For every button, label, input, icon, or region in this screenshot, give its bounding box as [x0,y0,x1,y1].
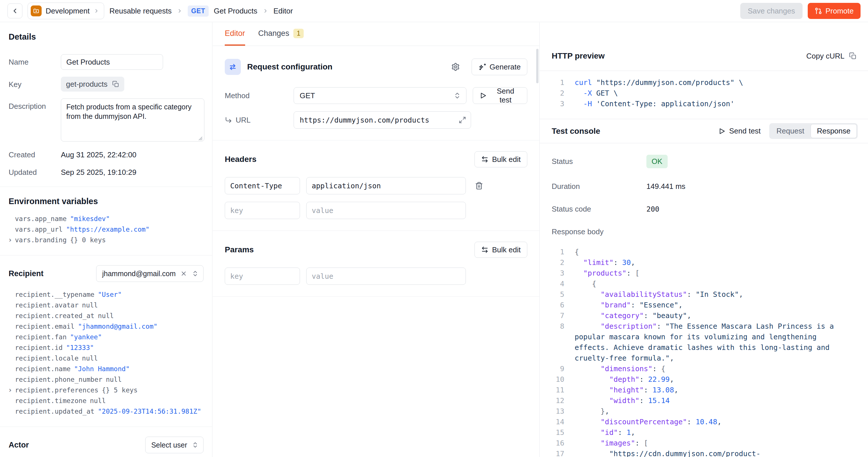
copy-icon [112,81,119,88]
variable-value: null [90,397,105,404]
header-value-input[interactable] [306,177,466,194]
line-number: 7 [552,310,564,321]
line-number: 17 [552,448,564,457]
console-send-test-button[interactable]: Send test [718,127,761,135]
variable-key: recipient.email [15,323,74,330]
back-button[interactable] [7,3,22,19]
response-tab[interactable]: Response [811,124,857,138]
environment-switcher[interactable]: Development [28,3,104,19]
request-configuration-title: Request configuration [247,62,332,71]
url-value: https://dummyjson.com/products [300,116,429,124]
line-number: 9 [552,363,564,374]
environment-label: Development [45,7,90,16]
tab-editor[interactable]: Editor [225,22,245,45]
line-number: 1 [552,247,564,257]
name-input[interactable] [61,54,163,70]
method-badge: GET [188,5,209,17]
header-key-input[interactable] [225,177,300,194]
breadcrumb-request-name[interactable]: Get Products [214,7,257,16]
details-sidebar: Details Name Key get-products Descriptio… [0,22,212,457]
request-tab[interactable]: Request [770,124,811,138]
code-line: 2 -X GET \ [552,88,854,98]
send-test-button[interactable]: Send test [473,87,527,104]
line-number: 12 [552,395,564,406]
created-value: Aug 31 2025, 22:42:00 [61,150,136,159]
variable-row: recipient.created_atnull [15,311,204,321]
variable-row: recipient.localenull [15,353,204,364]
header-key-input[interactable] [225,202,300,219]
copy-curl-button[interactable]: Copy cURL [806,52,857,61]
variable-key: vars.branding [15,236,67,244]
params-bulk-edit-button[interactable]: Bulk edit [474,242,527,258]
actor-select[interactable]: Select user [145,437,204,453]
line-number: 16 [552,438,564,448]
method-label: Method [225,91,293,100]
expand-icon[interactable] [459,116,466,124]
headers-title: Headers [225,155,257,164]
delete-header-button[interactable] [472,179,486,193]
url-label: URL [236,116,251,125]
copy-icon [849,52,857,60]
method-value: GET [300,91,315,100]
variable-row[interactable]: ›vars.branding{} 0 keys [15,235,204,245]
variable-row: recipient.name"John Hammond" [15,364,204,374]
scrollbar-thumb[interactable] [536,49,538,83]
editor-panel: Editor Changes 1 Request configuration [213,22,539,457]
resize-grip-icon[interactable] [197,135,203,141]
variable-row[interactable]: ›recipient.preferences{} 5 keys [15,385,204,396]
variable-value: {} 0 keys [70,236,106,244]
headers-bulk-edit-button[interactable]: Bulk edit [474,151,527,167]
copy-key-button[interactable] [112,81,119,88]
variable-value: "mikesdev" [70,215,110,222]
divider [0,427,212,427]
status-code-value: 200 [646,205,659,213]
param-value-input[interactable] [306,268,466,285]
editor-content: Request configuration Generate Method GE… [213,46,539,297]
send-test-label: Send test [729,127,761,135]
settings-button[interactable] [448,60,462,74]
header-value-input[interactable] [306,202,466,219]
breadcrumb-section[interactable]: Reusable requests [110,7,172,16]
actor-select-placeholder: Select user [151,441,187,449]
bulk-edit-label: Bulk edit [492,245,521,254]
variable-row: recipient.phone_numbernull [15,374,204,385]
divider [213,231,539,231]
variable-key: recipient.avatar [15,301,79,309]
expand-chevron-icon[interactable]: › [8,385,12,396]
code-line: 3 -H 'Content-Type: application/json' [552,98,854,109]
recipient-select[interactable]: jhammond@gmail.com [96,265,204,282]
code-line: 6 "brand": "Essence", [552,300,854,310]
arrow-left-right-icon [481,156,489,163]
variable-value: null [82,301,98,309]
variable-key: recipient.__typename [15,291,94,298]
variable-row: vars.app_url"https://example.com" [15,224,204,235]
tab-changes[interactable]: Changes 1 [258,22,304,45]
variable-value: "2025-09-23T14:56:31.981Z" [98,407,201,415]
method-select[interactable]: GET [293,87,466,104]
variable-value: "12333" [66,344,94,352]
updated-row: Updated Sep 25 2025, 19:10:29 [9,168,204,177]
divider [213,296,539,297]
method-row: Method GET Send test [225,87,527,104]
line-number: 2 [552,88,564,98]
promote-button[interactable]: Promote [808,3,861,19]
line-number: 13 [552,406,564,417]
param-key-input[interactable] [225,268,300,285]
variable-row: recipient.id"12333" [15,342,204,353]
chevron-right-icon [94,8,99,14]
response-body-code: 1{2 "limit": 30,3 "products": [4 {5 "ava… [539,240,868,457]
line-number: 3 [552,98,564,109]
description-textarea[interactable]: Fetch products from a specific category … [61,98,205,142]
generate-button[interactable]: Generate [472,59,527,75]
save-changes-button[interactable]: Save changes [740,3,803,19]
url-input[interactable]: https://dummyjson.com/products [293,111,471,129]
test-console-header: Test console Send test Request Response [539,119,868,143]
expand-chevron-icon[interactable]: › [8,235,12,245]
line-number: 2 [552,257,564,268]
clear-icon[interactable] [180,270,187,277]
description-field-row: Description Fetch products from a specif… [9,98,204,144]
variable-row: recipient.updated_at"2025-09-23T14:56:31… [15,406,204,417]
variable-key: recipient.preferences [15,386,98,394]
key-value-pill: get-products [61,77,124,92]
variable-key: recipient.id [15,344,63,352]
